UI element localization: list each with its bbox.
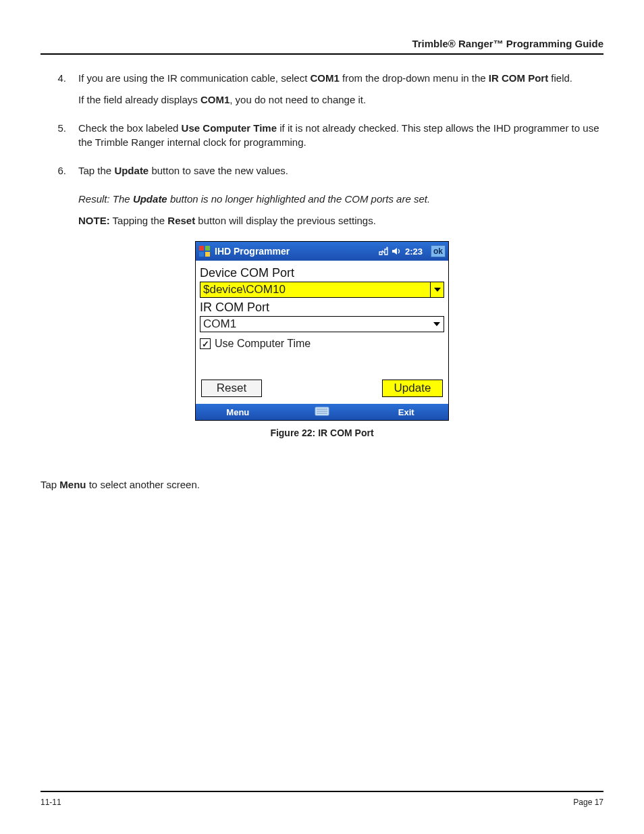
step-4-number: 4.: [53, 71, 66, 114]
after-pre: Tap: [41, 479, 59, 490]
ir-com-port-dropdown[interactable]: COM1: [200, 316, 444, 332]
svg-rect-3: [205, 252, 210, 257]
note-label: NOTE:: [78, 215, 110, 226]
note-post: button will display the previous setting…: [195, 215, 376, 226]
volume-icon[interactable]: [392, 246, 402, 256]
svg-rect-2: [199, 252, 204, 257]
step-4-bold-ircomport: IR COM Port: [489, 72, 548, 84]
after-post: to select another screen.: [86, 479, 200, 490]
step-4-text-c: field.: [548, 72, 572, 84]
device-com-port-value: $device\COM10: [200, 282, 430, 297]
note-bold: Reset: [167, 215, 195, 226]
reset-button[interactable]: Reset: [201, 380, 262, 397]
step-4-line2-bold: COM1: [200, 94, 230, 105]
svg-rect-1: [205, 246, 210, 251]
step-4-body: If you are using the IR communication ca…: [78, 71, 603, 114]
result-line: Result: The Update button is no longer h…: [78, 192, 603, 207]
step-4-text-a: If you are using the IR communication ca…: [78, 72, 311, 84]
step-5-number: 5.: [53, 121, 66, 157]
figure-caption: Figure 22: IR COM Port: [195, 427, 449, 438]
step-5-bold: Use Computer Time: [182, 122, 277, 134]
step-6-text-b: button to save the new values.: [149, 165, 288, 176]
note-line: NOTE: Tapping the Reset button will disp…: [78, 213, 603, 228]
after-figure-text: Tap Menu to select another screen.: [41, 479, 603, 490]
step-5-text-a: Check the box labeled: [78, 122, 182, 134]
chevron-down-icon: [434, 288, 441, 292]
use-computer-time-checkbox[interactable]: ✓: [200, 338, 211, 349]
footer-date: 11-11: [41, 798, 61, 807]
header-rule: [41, 53, 603, 55]
device-screenshot: IHD Programmer 2:23 ok Device COM: [195, 241, 449, 421]
step-4-line2-a: If the field already displays: [78, 94, 200, 105]
ir-com-port-label: IR COM Port: [200, 301, 444, 315]
step-4-bold-com1: COM1: [311, 72, 340, 84]
step-6-bold: Update: [114, 165, 149, 176]
menu-softkey[interactable]: Menu: [196, 407, 280, 417]
use-computer-time-label: Use Computer Time: [215, 338, 311, 350]
connectivity-icon[interactable]: [378, 246, 389, 256]
keyboard-icon: [315, 406, 329, 417]
step-6-text-a: Tap the: [78, 165, 114, 176]
ir-com-port-chevron[interactable]: [430, 317, 444, 332]
after-bold: Menu: [59, 479, 86, 490]
keyboard-softkey[interactable]: [280, 406, 365, 419]
clock-time: 2:23: [405, 246, 423, 257]
step-6-body: Tap the Update button to save the new va…: [78, 163, 603, 185]
bottom-bar: Menu Exit: [196, 404, 448, 420]
app-title: IHD Programmer: [215, 246, 290, 257]
step-4-text-b: from the drop-down menu in the: [340, 72, 489, 84]
update-button[interactable]: Update: [382, 380, 443, 397]
exit-softkey[interactable]: Exit: [364, 407, 448, 417]
result-bold: Update: [133, 193, 167, 205]
step-6-number: 6.: [53, 163, 66, 185]
device-com-port-dropdown[interactable]: $device\COM10: [200, 282, 444, 298]
note-pre: Tapping the: [110, 215, 168, 226]
step-4-line2-b: , you do not need to change it.: [230, 94, 366, 105]
footer-page: Page 17: [573, 798, 603, 807]
footer-rule: [41, 791, 603, 792]
result-post: button is no longer highlighted and the …: [167, 193, 430, 205]
ok-button[interactable]: ok: [431, 245, 446, 257]
svg-rect-0: [199, 246, 204, 251]
page-header-title: Trimble® Ranger™ Programming Guide: [41, 38, 603, 49]
step-5-body: Check the box labeled Use Computer Time …: [78, 121, 603, 157]
chevron-down-icon: [433, 322, 440, 326]
windows-start-icon[interactable]: [198, 245, 211, 257]
device-com-port-label: Device COM Port: [200, 266, 444, 280]
ir-com-port-value: COM1: [200, 317, 430, 332]
device-com-port-chevron[interactable]: [430, 282, 444, 297]
titlebar: IHD Programmer 2:23 ok: [196, 242, 448, 261]
result-pre: Result: The: [78, 193, 133, 205]
